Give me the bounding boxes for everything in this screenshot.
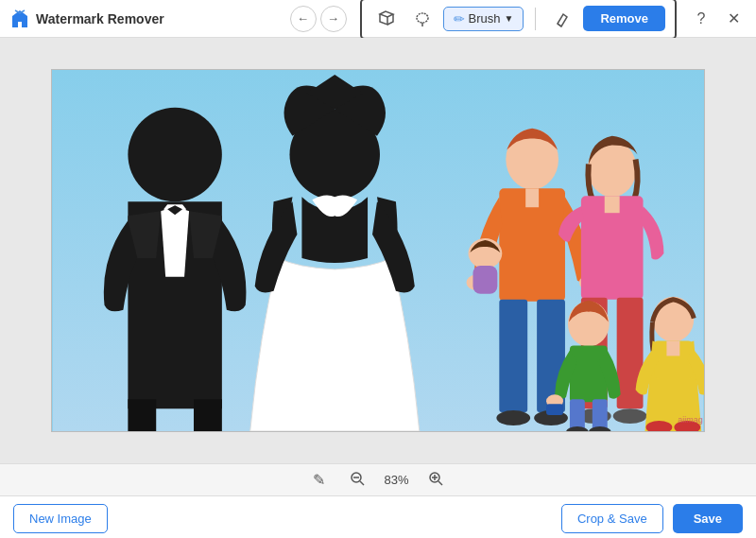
bottom-right-actions: Crop & Save Save	[561, 504, 743, 533]
redo-button[interactable]: →	[320, 6, 347, 32]
brush-icon: ✏	[454, 11, 465, 26]
svg-line-42	[438, 481, 442, 485]
crop-save-button[interactable]: Crop & Save	[561, 504, 663, 533]
canvas-area: aiimag	[0, 38, 756, 463]
zoom-in-button[interactable]	[422, 469, 449, 492]
svg-rect-29	[546, 404, 563, 415]
app-title: Watermark Remover	[36, 11, 288, 26]
svg-line-38	[360, 481, 364, 485]
app-logo	[9, 9, 30, 29]
rectangle-select-tool[interactable]	[371, 4, 402, 34]
new-image-button[interactable]: New Image	[13, 504, 108, 533]
svg-rect-25	[593, 399, 608, 431]
brush-label: Brush	[469, 11, 501, 26]
scene-svg: aiimag	[52, 70, 704, 431]
image-container[interactable]: aiimag	[51, 69, 705, 432]
svg-point-21	[613, 408, 647, 424]
remove-button[interactable]: Remove	[583, 6, 665, 31]
svg-rect-7	[499, 300, 527, 412]
lasso-icon	[414, 10, 431, 27]
svg-text:aiimag: aiimag	[678, 415, 702, 425]
rectangle-icon	[378, 10, 395, 27]
close-button[interactable]: ✕	[720, 6, 747, 32]
svg-rect-23	[570, 345, 608, 402]
svg-point-0	[417, 13, 428, 23]
svg-rect-24	[570, 399, 585, 431]
dropdown-arrow-icon: ▼	[505, 13, 514, 24]
undo-button[interactable]: ←	[290, 6, 317, 32]
hand-tool-button[interactable]: ✎	[307, 469, 331, 491]
brush-tool-dropdown[interactable]: ✏ Brush ▼	[443, 7, 524, 31]
zoom-level: 83%	[384, 473, 408, 487]
help-button[interactable]: ?	[688, 6, 714, 32]
svg-rect-6	[525, 188, 539, 207]
zoom-out-button[interactable]	[344, 469, 370, 492]
status-bar: ✎ 83%	[0, 463, 756, 495]
svg-rect-17	[605, 196, 620, 213]
zoom-in-icon	[428, 471, 443, 486]
svg-rect-14	[472, 266, 497, 294]
eraser-icon	[554, 10, 571, 27]
svg-point-9	[496, 410, 530, 425]
eraser-tool[interactable]	[547, 4, 577, 34]
svg-point-2	[128, 108, 221, 201]
title-bar: Watermark Remover ← → ✏ Brush ▼	[0, 0, 756, 38]
zoom-out-icon	[350, 471, 365, 486]
svg-point-30	[652, 297, 694, 342]
toolbar-divider	[535, 8, 536, 30]
bottom-bar: New Image Crop & Save Save	[0, 495, 756, 538]
svg-rect-32	[666, 341, 679, 356]
lasso-select-tool[interactable]	[407, 4, 438, 34]
save-button[interactable]: Save	[673, 504, 743, 533]
